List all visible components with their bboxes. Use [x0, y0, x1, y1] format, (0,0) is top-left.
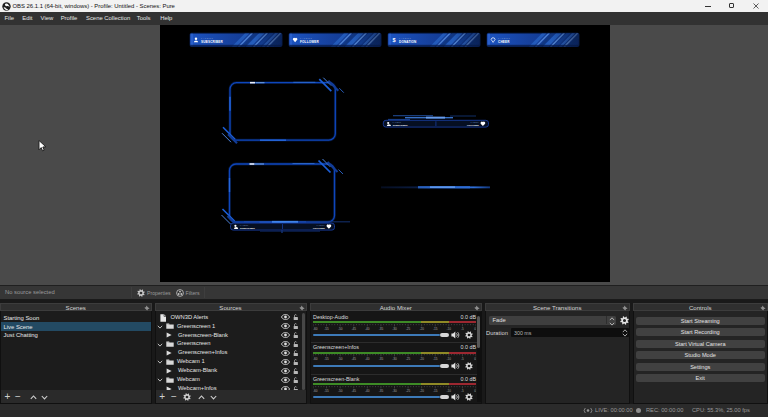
svg-text:SUBSCRIBER: SUBSCRIBER — [240, 227, 255, 229]
svg-text:-5: -5 — [461, 326, 464, 329]
svg-text:FOLLOWER: FOLLOWER — [467, 124, 479, 126]
svg-text:SUBSCRIBER: SUBSCRIBER — [201, 40, 224, 44]
svg-text:-20: -20 — [419, 388, 424, 391]
svg-text:-35: -35 — [379, 326, 384, 329]
svg-text:-10: -10 — [447, 357, 452, 360]
svg-text:-25: -25 — [406, 357, 411, 360]
svg-text:LATEST: LATEST — [201, 37, 214, 39]
svg-text:-15: -15 — [433, 388, 438, 391]
svg-text:-25: -25 — [406, 388, 411, 391]
svg-text:-40: -40 — [365, 326, 370, 329]
svg-text:-45: -45 — [352, 357, 357, 360]
svg-text:-55: -55 — [324, 357, 329, 360]
svg-text:-40: -40 — [365, 357, 370, 360]
svg-text:-15: -15 — [433, 326, 438, 329]
svg-text:-5: -5 — [461, 357, 464, 360]
svg-text:LATEST: LATEST — [498, 37, 511, 39]
svg-text:-60: -60 — [313, 357, 318, 360]
svg-text:-60: -60 — [313, 326, 318, 329]
svg-text:LATEST: LATEST — [240, 224, 249, 226]
svg-text:-10: -10 — [447, 388, 452, 391]
svg-text:-45: -45 — [352, 326, 357, 329]
svg-text:-5: -5 — [461, 388, 464, 391]
svg-text:LATEST: LATEST — [393, 121, 402, 123]
svg-text:-25: -25 — [406, 326, 411, 329]
svg-text:-60: -60 — [313, 388, 318, 391]
svg-text:-30: -30 — [392, 326, 397, 329]
svg-text:-20: -20 — [419, 357, 424, 360]
svg-text:-35: -35 — [379, 388, 384, 391]
svg-text:-20: -20 — [419, 326, 424, 329]
svg-text:-10: -10 — [447, 326, 452, 329]
svg-text:-50: -50 — [338, 326, 343, 329]
svg-text:LATEST: LATEST — [399, 37, 412, 39]
svg-text:FOLLOWER: FOLLOWER — [313, 227, 325, 229]
svg-text:DONATION: DONATION — [399, 40, 417, 44]
svg-text:-55: -55 — [324, 388, 329, 391]
svg-text:FOLLOWER: FOLLOWER — [300, 40, 320, 44]
svg-text:-15: -15 — [433, 357, 438, 360]
svg-text:SUBSCRIBER: SUBSCRIBER — [393, 124, 408, 126]
svg-text:-55: -55 — [324, 326, 329, 329]
svg-text:-40: -40 — [365, 388, 370, 391]
svg-text:-30: -30 — [392, 357, 397, 360]
svg-text:-45: -45 — [352, 388, 357, 391]
svg-text:-50: -50 — [338, 388, 343, 391]
svg-text:LATEST: LATEST — [300, 37, 313, 39]
svg-text:-50: -50 — [338, 357, 343, 360]
svg-text:CHEER: CHEER — [498, 40, 510, 44]
svg-text:-35: -35 — [379, 357, 384, 360]
svg-text:-30: -30 — [392, 388, 397, 391]
